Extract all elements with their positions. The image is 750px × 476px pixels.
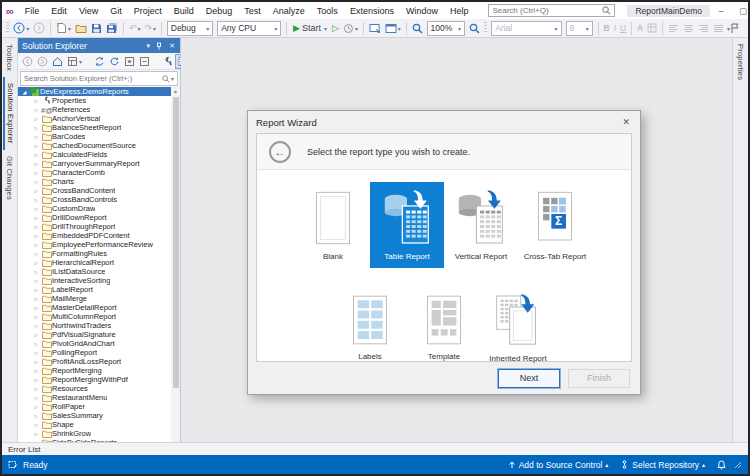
search-options-icon[interactable]: ▾ bbox=[171, 75, 174, 82]
se-sync-button[interactable] bbox=[93, 55, 106, 68]
tree-item-rollpaper[interactable]: ▷RollPaper bbox=[18, 402, 171, 411]
solution-configuration-dropdown[interactable]: Debug▾ bbox=[167, 21, 213, 36]
collapsed-icon[interactable]: ▷ bbox=[32, 260, 41, 266]
se-refresh-button[interactable] bbox=[108, 55, 121, 68]
error-list-tab[interactable]: Error List bbox=[8, 445, 40, 454]
se-preview-button[interactable] bbox=[123, 55, 136, 68]
font-size-dropdown[interactable]: 9▾ bbox=[566, 21, 593, 36]
tree-item-customdraw[interactable]: ▷CustomDraw bbox=[18, 204, 171, 213]
expanded-icon[interactable]: ◢ bbox=[20, 89, 29, 95]
collapsed-icon[interactable]: ▷ bbox=[32, 242, 41, 248]
align-center-button[interactable] bbox=[681, 23, 696, 34]
tree-item-anchorvertical[interactable]: ▷AnchorVertical bbox=[18, 114, 171, 123]
menu-window[interactable]: Window bbox=[400, 5, 444, 17]
report-type-cross-tab-report[interactable]: Σ Cross-Tab Report bbox=[518, 182, 592, 268]
tree-item-resources[interactable]: ▷Resources bbox=[18, 384, 171, 393]
collapsed-icon[interactable]: ▷ bbox=[32, 287, 41, 293]
tree-item-drillthroughreport[interactable]: ▷DrillThroughReport bbox=[18, 222, 171, 231]
send-feedback-button[interactable] bbox=[730, 23, 746, 34]
finish-button[interactable]: Finish bbox=[568, 369, 630, 388]
scrollbar-thumb[interactable] bbox=[173, 97, 179, 388]
tree-item-drilldownreport[interactable]: ▷DrillDownReport bbox=[18, 213, 171, 222]
window-position-icon[interactable]: ▾ bbox=[146, 42, 152, 50]
notifications-button[interactable] bbox=[713, 460, 730, 470]
redo-button[interactable]: ↷▾ bbox=[142, 22, 158, 34]
minimize-button[interactable]: – bbox=[710, 5, 732, 17]
navigate-forward-button[interactable] bbox=[31, 21, 47, 35]
se-home-button[interactable] bbox=[51, 55, 64, 68]
tree-item-barcodes[interactable]: ▷BarCodes bbox=[18, 132, 171, 141]
tree-item-cacheddocumentsource[interactable]: ▷CachedDocumentSource bbox=[18, 141, 171, 150]
collapsed-icon[interactable]: ▷ bbox=[32, 341, 41, 347]
navigate-back-button[interactable]: ▾ bbox=[11, 21, 31, 35]
tree-item-devexpress-demoreports[interactable]: ◢DevExpress.DemoReports bbox=[18, 87, 171, 96]
tool-tab-toolbox[interactable]: Toolbox bbox=[4, 38, 15, 77]
performance-profiler-button[interactable]: ▾ bbox=[341, 22, 360, 35]
report-type-labels[interactable]: Labels bbox=[333, 286, 407, 368]
add-to-source-control-button[interactable]: Add to Source Control ▴ bbox=[504, 460, 613, 470]
tree-scrollbar[interactable]: ▴ bbox=[171, 87, 180, 442]
collapsed-icon[interactable]: ▷ bbox=[32, 170, 41, 176]
menu-extensions[interactable]: Extensions bbox=[344, 5, 400, 17]
collapsed-icon[interactable]: ▷ bbox=[32, 107, 41, 113]
underline-button[interactable]: U bbox=[618, 23, 628, 33]
se-properties-button[interactable] bbox=[161, 55, 174, 68]
tree-item-formattingrules[interactable]: ▷FormattingRules bbox=[18, 249, 171, 258]
select-repository-button[interactable]: Select Repository ▴ bbox=[616, 460, 709, 470]
collapsed-icon[interactable]: ▷ bbox=[32, 395, 41, 401]
menu-git[interactable]: Git bbox=[104, 5, 128, 17]
collapsed-icon[interactable]: ▷ bbox=[32, 386, 41, 392]
menu-help[interactable]: Help bbox=[444, 5, 475, 17]
tree-item-pivotgridandchart[interactable]: ▷PivotGridAndChart bbox=[18, 339, 171, 348]
tree-item-mailmerge[interactable]: ▷MailMerge bbox=[18, 294, 171, 303]
align-right-button[interactable] bbox=[696, 23, 711, 34]
se-back-button[interactable] bbox=[21, 55, 34, 68]
menu-test[interactable]: Test bbox=[238, 5, 267, 17]
scroll-up-icon[interactable]: ▴ bbox=[171, 87, 180, 96]
menu-debug[interactable]: Debug bbox=[200, 5, 239, 17]
collapsed-icon[interactable]: ▷ bbox=[32, 422, 41, 428]
report-type-inherited-report[interactable]: Inherited Report bbox=[481, 286, 555, 370]
menu-build[interactable]: Build bbox=[168, 5, 200, 17]
font-name-dropdown[interactable]: Arial▾ bbox=[491, 21, 561, 36]
tree-item-masterdetailreport[interactable]: ▷MasterDetailReport bbox=[18, 303, 171, 312]
collapsed-icon[interactable]: ▷ bbox=[32, 440, 41, 443]
tool-tab-properties[interactable]: Properties bbox=[735, 38, 746, 86]
tree-item-employeeperformancereview[interactable]: ▷EmployeePerformanceReview bbox=[18, 240, 171, 249]
solution-explorer-header[interactable]: Solution Explorer ▾ ✕ bbox=[18, 38, 180, 53]
collapsed-icon[interactable]: ▷ bbox=[32, 116, 41, 122]
zoom-out-button[interactable] bbox=[410, 22, 425, 35]
collapsed-icon[interactable]: ▷ bbox=[32, 314, 41, 320]
tree-item-pollingreport[interactable]: ▷PollingReport bbox=[18, 348, 171, 357]
collapsed-icon[interactable]: ▷ bbox=[32, 179, 41, 185]
tree-item-sidebysidereports[interactable]: ▷SideBySideReports bbox=[18, 438, 171, 442]
auto-hide-pin-icon[interactable] bbox=[155, 42, 164, 50]
collapsed-icon[interactable]: ▷ bbox=[32, 350, 41, 356]
background-color-button[interactable] bbox=[645, 22, 659, 34]
tree-item-shrinkgrow[interactable]: ▷ShrinkGrow bbox=[18, 429, 171, 438]
maximize-button[interactable]: ▢ bbox=[732, 5, 750, 17]
collapsed-icon[interactable]: ▷ bbox=[32, 215, 41, 221]
collapsed-icon[interactable]: ▷ bbox=[32, 404, 41, 410]
tree-item-reportmergingwithpdf[interactable]: ▷ReportMergingWithPdf bbox=[18, 375, 171, 384]
menu-edit[interactable]: Edit bbox=[45, 5, 73, 17]
collapsed-icon[interactable]: ▷ bbox=[32, 143, 41, 149]
toolbar-grip[interactable] bbox=[484, 22, 487, 34]
tree-item-embeddedpdfcontent[interactable]: ▷EmbeddedPDFContent bbox=[18, 231, 171, 240]
panel-close-icon[interactable]: ✕ bbox=[168, 42, 176, 50]
open-folder-button[interactable] bbox=[73, 22, 89, 35]
menu-analyze[interactable]: Analyze bbox=[267, 5, 311, 17]
tree-item-hierarchicalreport[interactable]: ▷HierarchicalReport bbox=[18, 258, 171, 267]
bold-button[interactable]: B bbox=[602, 23, 612, 33]
collapsed-icon[interactable]: ▷ bbox=[32, 413, 41, 419]
live-share-button[interactable] bbox=[367, 22, 383, 35]
dialog-close-button[interactable]: ✕ bbox=[620, 117, 632, 127]
tree-item-profitandlossreport[interactable]: ▷ProfitAndLossReport bbox=[18, 357, 171, 366]
collapsed-icon[interactable]: ▷ bbox=[32, 377, 41, 383]
align-justify-button[interactable] bbox=[711, 23, 726, 34]
se-collapse-all-button[interactable] bbox=[138, 55, 151, 68]
collapsed-icon[interactable]: ▷ bbox=[32, 269, 41, 275]
tree-item-northwindtraders[interactable]: ▷NorthwindTraders bbox=[18, 321, 171, 330]
collapsed-icon[interactable]: ▷ bbox=[32, 305, 41, 311]
menu-view[interactable]: View bbox=[73, 5, 104, 17]
